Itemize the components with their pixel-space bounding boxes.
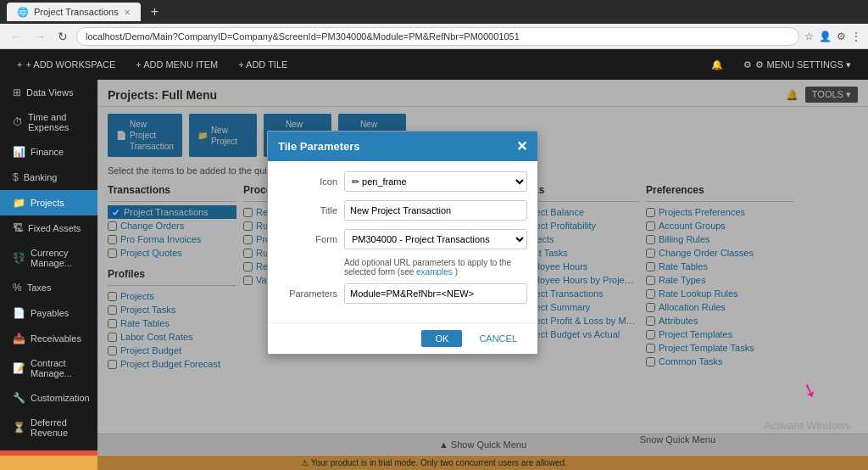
sidebar-item-data-views[interactable]: ⊞ Data Views xyxy=(0,80,97,105)
sidebar-item-finance[interactable]: 📊 Finance xyxy=(0,139,97,165)
customization-icon: 🔧 xyxy=(13,392,25,404)
add-menu-item-btn[interactable]: + ADD MENU ITEM xyxy=(125,49,228,80)
add-tile-label: + ADD TILE xyxy=(238,59,287,70)
sidebar-item-label: Banking xyxy=(24,172,58,182)
sidebar-item-label: Finance xyxy=(31,147,64,157)
add-tile-btn[interactable]: + ADD TILE xyxy=(228,49,298,80)
bell-btn[interactable]: 🔔 xyxy=(701,49,733,80)
cancel-button[interactable]: CANCEL xyxy=(469,330,527,347)
title-row: Title xyxy=(278,200,527,221)
sidebar-item-label: Customization xyxy=(31,393,90,403)
sidebar-item-taxes[interactable]: % Taxes xyxy=(0,275,97,300)
sidebar-item-label: Currency Manage... xyxy=(31,248,87,268)
sidebar-item-payables[interactable]: 📄 Payables xyxy=(0,300,97,326)
icon-label: Icon xyxy=(278,176,337,187)
payables-icon: 📄 xyxy=(13,307,25,319)
gear-icon: ⚙ xyxy=(743,59,752,70)
extensions-btn[interactable]: ⚙ xyxy=(837,31,846,42)
sidebar-item-fixed-assets[interactable]: 🏗 Fixed Assets xyxy=(0,215,97,241)
form-row: Form PM304000 - Project Transactions xyxy=(278,229,527,249)
tab-favicon: 🌐 xyxy=(17,7,29,18)
finance-icon: 📊 xyxy=(13,146,25,158)
sidebar-item-label: Contract Manage... xyxy=(31,358,87,378)
app-header: + + ADD WORKSPACE + ADD MENU ITEM + ADD … xyxy=(0,49,868,80)
sidebar-item-label: Payables xyxy=(31,308,69,318)
contract-icon: 📝 xyxy=(13,362,25,374)
sidebar: ⊞ Data Views ⏱ Time and Expenses 📊 Finan… xyxy=(0,80,97,470)
nav-back-btn[interactable]: ← xyxy=(7,28,25,45)
data-views-icon: ⊞ xyxy=(13,87,21,98)
address-bar[interactable] xyxy=(76,27,799,46)
sidebar-item-currency[interactable]: 💱 Currency Manage... xyxy=(0,241,97,275)
deferred-icon: ⏳ xyxy=(13,422,25,434)
currency-icon: 💱 xyxy=(13,252,25,264)
sidebar-item-label: Data Views xyxy=(26,87,73,98)
receivables-icon: 📥 xyxy=(13,333,25,344)
nav-forward-btn[interactable]: → xyxy=(31,28,49,45)
bookmark-btn[interactable]: ☆ xyxy=(804,31,814,42)
new-tab-btn[interactable]: + xyxy=(151,4,159,20)
sidebar-item-receivables[interactable]: 📥 Receivables xyxy=(0,326,97,351)
menu-btn[interactable]: ⋮ xyxy=(851,31,861,42)
help-end: ) xyxy=(455,267,458,277)
add-workspace-label: + ADD WORKSPACE xyxy=(25,59,115,70)
examples-link[interactable]: examples xyxy=(416,267,453,277)
sidebar-item-label: Taxes xyxy=(27,283,52,293)
sidebar-item-contract[interactable]: 📝 Contract Manage... xyxy=(0,351,97,385)
icon-select[interactable]: ✏ pen_frame xyxy=(344,171,527,192)
active-tab[interactable]: 🌐 Project Transactions ✕ xyxy=(7,3,141,21)
help-text: Add optional URL parameters to apply to … xyxy=(278,258,527,277)
browser-toolbar: ← → ↻ ☆ 👤 ⚙ ⋮ xyxy=(0,24,868,49)
sidebar-item-label: Deferred Revenue xyxy=(31,417,87,438)
app-body: ⊞ Data Views ⏱ Time and Expenses 📊 Finan… xyxy=(0,80,868,470)
sidebar-item-label: Time and Expenses xyxy=(28,112,87,132)
ok-button[interactable]: OK xyxy=(421,330,462,347)
title-field-label: Title xyxy=(278,205,337,215)
sidebar-item-time[interactable]: ⏱ Time and Expenses xyxy=(0,105,97,139)
sidebar-item-banking[interactable]: $ Banking xyxy=(0,165,97,190)
tab-close-btn[interactable]: ✕ xyxy=(124,8,131,17)
fixed-assets-icon: 🏗 xyxy=(13,222,23,234)
banking-icon: $ xyxy=(13,171,19,183)
tile-parameters-dialog: Tile Parameters ✕ Icon ✏ pen_frame Title xyxy=(267,131,538,355)
sidebar-item-label: Projects xyxy=(31,198,64,208)
params-row: Parameters xyxy=(278,283,527,304)
main-content: Projects: Full Menu 🔔 TOOLS ▾ 📄 New Proj… xyxy=(97,80,868,470)
taxes-icon: % xyxy=(13,282,22,294)
dialog-close-btn[interactable]: ✕ xyxy=(516,138,527,154)
sidebar-scroll: ⊞ Data Views ⏱ Time and Expenses 📊 Finan… xyxy=(0,80,97,450)
menu-settings-btn[interactable]: ⚙ ⚙ MENU SETTINGS ▾ xyxy=(733,49,861,80)
bell-icon: 🔔 xyxy=(711,59,723,70)
profile-btn[interactable]: 👤 xyxy=(819,31,832,42)
sidebar-item-deferred[interactable]: ⏳ Deferred Revenue xyxy=(0,411,97,445)
add-workspace-btn[interactable]: + + ADD WORKSPACE xyxy=(7,49,125,80)
sidebar-item-label: Receivables xyxy=(31,333,81,344)
add-menu-item-label: + ADD MENU ITEM xyxy=(136,59,218,70)
tab-title: Project Transactions xyxy=(34,7,119,17)
dialog-body: Icon ✏ pen_frame Title Form PM xyxy=(268,161,537,322)
menu-settings-label: ⚙ MENU SETTINGS ▾ xyxy=(755,59,851,70)
dialog-title: Tile Parameters xyxy=(278,140,360,153)
dialog-overlay: Tile Parameters ✕ Icon ✏ pen_frame Title xyxy=(97,80,868,470)
add-workspace-icon: + xyxy=(17,59,22,70)
sidebar-item-customization[interactable]: 🔧 Customization xyxy=(0,385,97,411)
sidebar-item-label: Fixed Assets xyxy=(28,223,81,233)
projects-icon: 📁 xyxy=(13,197,25,209)
params-label: Parameters xyxy=(278,288,337,299)
form-select[interactable]: PM304000 - Project Transactions xyxy=(344,229,527,249)
title-input[interactable] xyxy=(344,200,527,221)
sidebar-item-sales[interactable]: 🛒 Sales Orders xyxy=(0,445,97,450)
form-label: Form xyxy=(278,234,337,244)
sidebar-item-projects[interactable]: 📁 Projects xyxy=(0,190,97,215)
dialog-header: Tile Parameters ✕ xyxy=(268,131,537,161)
dialog-footer: OK CANCEL xyxy=(268,322,537,354)
time-icon: ⏱ xyxy=(13,116,23,128)
icon-row: Icon ✏ pen_frame xyxy=(278,171,527,192)
params-input[interactable] xyxy=(344,283,527,304)
nav-reload-btn[interactable]: ↻ xyxy=(54,28,71,45)
browser-chrome: 🌐 Project Transactions ✕ + xyxy=(0,0,868,24)
